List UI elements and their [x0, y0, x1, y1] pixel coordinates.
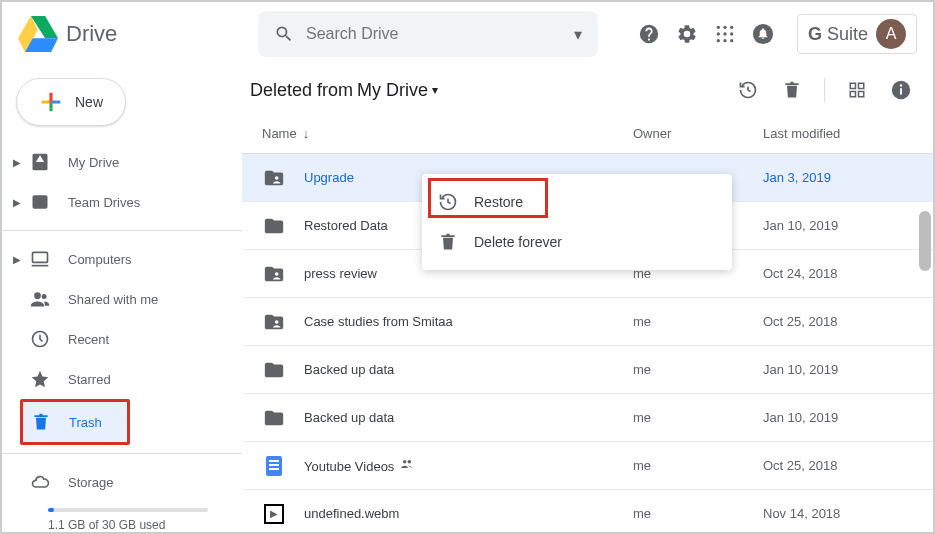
- file-owner: me: [633, 458, 763, 473]
- folder-shared-icon: [262, 310, 286, 334]
- file-modified: Oct 25, 2018: [763, 314, 913, 329]
- nav-label: My Drive: [68, 155, 119, 170]
- svg-rect-17: [850, 92, 855, 97]
- trash-icon: [31, 412, 51, 432]
- table-row[interactable]: Backed up data me Jan 10, 2019: [242, 394, 933, 442]
- context-menu: Restore Delete forever: [422, 174, 732, 270]
- table-row[interactable]: Backed up data me Jan 10, 2019: [242, 346, 933, 394]
- ctx-label: Delete forever: [474, 234, 562, 250]
- col-modified[interactable]: Last modified: [763, 126, 913, 141]
- svg-rect-11: [33, 252, 48, 262]
- sidebar-item-my-drive[interactable]: ▶ My Drive: [2, 142, 226, 182]
- svg-rect-10: [33, 195, 48, 208]
- computers-icon: [30, 249, 50, 269]
- svg-rect-18: [859, 92, 864, 97]
- nav-label: Trash: [69, 415, 102, 430]
- file-name: Backed up data: [304, 362, 633, 377]
- help-icon[interactable]: [637, 22, 661, 46]
- svg-point-13: [42, 294, 47, 299]
- file-modified: Jan 10, 2019: [763, 362, 913, 377]
- nav-label: Shared with me: [68, 292, 158, 307]
- svg-point-3: [717, 32, 720, 35]
- svg-point-23: [275, 272, 279, 276]
- video-icon: ▶: [262, 502, 286, 526]
- nav-label: Team Drives: [68, 195, 140, 210]
- svg-point-26: [408, 460, 412, 464]
- breadcrumb[interactable]: Deleted from My Drive ▾: [250, 80, 438, 101]
- sidebar-item-trash[interactable]: Trash: [23, 402, 127, 442]
- nav-label: Recent: [68, 332, 109, 347]
- search-options-icon[interactable]: ▾: [574, 25, 582, 44]
- table-row[interactable]: Youtube Videos me Oct 25, 2018: [242, 442, 933, 490]
- svg-point-21: [900, 84, 902, 86]
- main-content: Deleted from My Drive ▾ Name↓ Owner Last…: [242, 66, 933, 532]
- search-input[interactable]: [306, 25, 574, 43]
- svg-rect-16: [859, 83, 864, 88]
- new-label: New: [75, 94, 103, 110]
- shared-icon: [30, 289, 50, 309]
- file-owner: me: [633, 362, 763, 377]
- file-modified: Jan 10, 2019: [763, 218, 913, 233]
- new-button[interactable]: New: [16, 78, 126, 126]
- sidebar-item-shared[interactable]: Shared with me: [2, 279, 226, 319]
- file-modified: Jan 3, 2019: [763, 170, 913, 185]
- star-icon: [30, 369, 50, 389]
- breadcrumb-prefix: Deleted from: [250, 80, 353, 101]
- search-box[interactable]: ▾: [258, 11, 598, 57]
- info-icon[interactable]: [889, 78, 913, 102]
- svg-point-5: [730, 32, 733, 35]
- file-modified: Oct 25, 2018: [763, 458, 913, 473]
- svg-point-1: [723, 26, 726, 29]
- delete-action-icon[interactable]: [780, 78, 804, 102]
- svg-point-22: [275, 176, 279, 180]
- sort-arrow-icon: ↓: [303, 126, 310, 141]
- sidebar-item-team-drives[interactable]: ▶ Team Drives: [2, 182, 226, 222]
- expand-icon[interactable]: ▶: [10, 254, 24, 265]
- settings-icon[interactable]: [675, 22, 699, 46]
- chevron-down-icon: ▾: [432, 83, 438, 97]
- svg-point-25: [403, 460, 407, 464]
- table-row[interactable]: Case studies from Smitaa me Oct 25, 2018: [242, 298, 933, 346]
- svg-rect-15: [850, 83, 855, 88]
- column-header: Name↓ Owner Last modified: [242, 114, 933, 154]
- restore-action-icon[interactable]: [736, 78, 760, 102]
- apps-icon[interactable]: [713, 22, 737, 46]
- storage-text: 1.1 GB of 30 GB used: [48, 518, 242, 532]
- team-drives-icon: [30, 192, 50, 212]
- scrollbar[interactable]: [919, 211, 931, 271]
- recent-icon: [30, 329, 50, 349]
- folder-shared-icon: [262, 166, 286, 190]
- sidebar-item-starred[interactable]: Starred: [2, 359, 226, 399]
- svg-point-6: [717, 39, 720, 42]
- ctx-delete-forever[interactable]: Delete forever: [422, 222, 732, 262]
- cloud-icon: [30, 472, 50, 492]
- sidebar-item-computers[interactable]: ▶ Computers: [2, 239, 226, 279]
- restore-icon: [438, 192, 458, 212]
- ctx-label: Restore: [474, 194, 523, 210]
- table-row[interactable]: ▶ undefined.webm me Nov 14, 2018: [242, 490, 933, 532]
- expand-icon[interactable]: ▶: [10, 197, 24, 208]
- svg-point-7: [723, 39, 726, 42]
- file-owner: me: [633, 410, 763, 425]
- svg-point-0: [717, 26, 720, 29]
- logo-area[interactable]: Drive: [18, 16, 258, 52]
- svg-rect-20: [900, 88, 902, 94]
- svg-point-8: [730, 39, 733, 42]
- file-owner: me: [633, 314, 763, 329]
- col-name[interactable]: Name↓: [262, 126, 633, 141]
- nav-label: Starred: [68, 372, 111, 387]
- folder-icon: [262, 406, 286, 430]
- nav-label: Computers: [68, 252, 132, 267]
- sidebar-item-storage[interactable]: Storage: [2, 462, 226, 502]
- shared-badge-icon: [400, 459, 414, 474]
- folder-icon: [262, 358, 286, 382]
- grid-view-icon[interactable]: [845, 78, 869, 102]
- notifications-icon[interactable]: [751, 22, 775, 46]
- avatar[interactable]: A: [876, 19, 906, 49]
- ctx-restore[interactable]: Restore: [422, 182, 732, 222]
- sidebar-item-recent[interactable]: Recent: [2, 319, 226, 359]
- expand-icon[interactable]: ▶: [10, 157, 24, 168]
- svg-point-24: [275, 320, 279, 324]
- gsuite-badge[interactable]: G G SuiteSuite A: [797, 14, 917, 54]
- col-owner[interactable]: Owner: [633, 126, 763, 141]
